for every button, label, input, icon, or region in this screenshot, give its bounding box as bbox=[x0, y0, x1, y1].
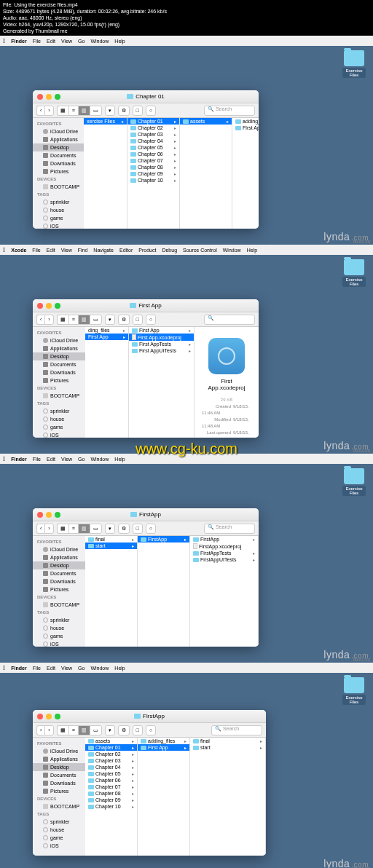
sidebar: Favorites iCloud Drive Applications Desk… bbox=[33, 118, 84, 229]
titlebar[interactable]: Chapter 01 bbox=[33, 90, 259, 103]
column-item[interactable]: Chapter 01▸ bbox=[127, 118, 179, 125]
window-title: Chapter 01 bbox=[33, 93, 259, 100]
column-item[interactable]: adding_files▸ bbox=[232, 118, 259, 125]
minimize-button[interactable] bbox=[46, 94, 52, 100]
sidebar-item-applications[interactable]: Applications bbox=[33, 135, 84, 143]
sidebar-tag[interactable]: sprinkler bbox=[33, 198, 84, 206]
traffic-lights bbox=[33, 94, 60, 100]
desktop-icon bbox=[43, 145, 48, 150]
menubar[interactable]:  Finder File Edit View Go Window Help bbox=[0, 36, 373, 46]
share-button[interactable]: □ bbox=[133, 106, 143, 116]
tag-icon bbox=[43, 224, 48, 229]
sidebar-section-tags: Tags bbox=[33, 191, 84, 198]
thumbnail-frame-3:  Finder File Edit View Go Window Help E… bbox=[0, 454, 373, 663]
menu-file[interactable]: File bbox=[33, 39, 41, 44]
tag-icon bbox=[43, 216, 48, 221]
thumbnail-frame-1:  Finder File Edit View Go Window Help E… bbox=[0, 36, 373, 245]
finder-window[interactable]: FirstApp ‹› ▦≡▥▭ ▾⚙□○ 🔍 Search Favorites… bbox=[33, 508, 259, 647]
desktop-folder-exercise-files[interactable]: Exercise Files bbox=[342, 677, 366, 705]
sidebar-item-icloud[interactable]: iCloud Drive bbox=[33, 127, 84, 135]
preview-pane: First App.xcodeproj 29 KB Created9/18/15… bbox=[195, 327, 259, 438]
disk-icon bbox=[43, 184, 48, 189]
close-button[interactable] bbox=[37, 94, 43, 100]
sidebar-item-documents[interactable]: Documents bbox=[33, 151, 84, 159]
download-icon bbox=[43, 161, 48, 166]
folder-icon bbox=[344, 259, 364, 275]
window-title: First App bbox=[33, 302, 259, 309]
app-menu[interactable]: Xcode bbox=[11, 248, 26, 253]
close-button[interactable] bbox=[37, 303, 43, 309]
column-2: Chapter 01▸ Chapter 02▸ Chapter 03▸ Chap… bbox=[127, 118, 180, 229]
timestamp: 00:00:39 bbox=[353, 240, 370, 244]
thumbnail-frame-4:  Finder File Edit View Go Window Help E… bbox=[0, 663, 373, 868]
app-icon bbox=[43, 137, 48, 142]
minimize-button[interactable] bbox=[46, 303, 52, 309]
finder-window[interactable]: Chapter 01 ‹› ▦ ≡ ▥ ▭ ▾ ⚙ □ ○ 🔍 Search F… bbox=[33, 90, 259, 229]
column-item[interactable]: Chapter 10▸ bbox=[127, 177, 179, 184]
view-cover-button[interactable]: ▭ bbox=[90, 106, 102, 116]
video-metadata: File: Using the exercise files.mp4 Size:… bbox=[0, 0, 373, 36]
column-item[interactable]: Chapter 07▸ bbox=[127, 157, 179, 164]
sidebar-item-desktop[interactable]: Desktop bbox=[33, 143, 84, 151]
nav-back-button[interactable]: ‹ bbox=[36, 106, 44, 116]
toolbar: ‹› ▦ ≡ ▥ ▭ ▾ ⚙ □ ○ 🔍 Search bbox=[33, 103, 259, 118]
tag-icon bbox=[43, 200, 48, 205]
column-item[interactable]: Chapter 02▸ bbox=[127, 125, 179, 131]
column-item[interactable]: Chapter 09▸ bbox=[127, 170, 179, 177]
apple-menu-icon[interactable]:  bbox=[3, 246, 5, 253]
column-item[interactable]: First App▸ bbox=[232, 125, 259, 131]
sidebar-item-downloads[interactable]: Downloads bbox=[33, 159, 84, 167]
tags-button[interactable]: ○ bbox=[146, 106, 156, 116]
column-item[interactable]: assets▸ bbox=[180, 118, 232, 125]
tag-icon bbox=[43, 208, 48, 213]
arrange-button[interactable]: ▾ bbox=[105, 106, 115, 116]
view-column-button[interactable]: ▥ bbox=[78, 106, 90, 116]
doc-icon bbox=[43, 153, 48, 158]
sidebar-item-pictures[interactable]: Pictures bbox=[33, 167, 84, 175]
sidebar-tag[interactable]: iOS bbox=[33, 222, 84, 229]
sidebar-section-devices: Devices bbox=[33, 175, 84, 183]
column-item[interactable]: Chapter 05▸ bbox=[127, 144, 179, 151]
view-list-button[interactable]: ≡ bbox=[68, 106, 78, 116]
xcodeproj-icon bbox=[208, 338, 245, 374]
column-item[interactable]: Chapter 04▸ bbox=[127, 138, 179, 144]
finder-window[interactable]: FirstApp ‹› ▦≡▥▭ ▾⚙□○ 🔍 Search Favorites… bbox=[33, 710, 266, 856]
thumbnail-frame-2:  Xcode File Edit View Find Navigate Edi… bbox=[0, 245, 373, 454]
menubar[interactable]:  Xcode File Edit View Find Navigate Edi… bbox=[0, 245, 373, 255]
nav-forward-button[interactable]: › bbox=[44, 315, 53, 325]
folder-icon bbox=[344, 50, 364, 66]
toolbar: ‹› ▦≡▥▭ ▾⚙□○ 🔍 bbox=[33, 312, 259, 327]
zoom-button[interactable] bbox=[55, 94, 60, 100]
column-item[interactable]: Chapter 03▸ bbox=[127, 131, 179, 138]
sidebar-section-favorites: Favorites bbox=[33, 120, 84, 127]
column-item[interactable]: xercise Files▸ bbox=[84, 118, 127, 125]
apple-menu-icon[interactable]:  bbox=[3, 37, 5, 44]
menubar[interactable]:  Finder File Edit View Go Window Help bbox=[0, 663, 373, 673]
sidebar-tag[interactable]: game bbox=[33, 214, 84, 222]
menu-edit[interactable]: Edit bbox=[47, 39, 55, 44]
cloud-icon bbox=[43, 129, 48, 134]
view-icon-button[interactable]: ▦ bbox=[57, 106, 68, 116]
finder-window[interactable]: First App ‹› ▦≡▥▭ ▾⚙□○ 🔍 Favorites iClou… bbox=[33, 299, 259, 438]
column-item[interactable]: Chapter 06▸ bbox=[127, 151, 179, 157]
action-button[interactable]: ⚙ bbox=[118, 106, 130, 116]
desktop-folder-exercise-files[interactable]: Exercise Files bbox=[342, 468, 366, 496]
search-input[interactable]: 🔍 bbox=[204, 315, 255, 325]
pictures-icon bbox=[43, 169, 48, 174]
sidebar-item-bootcamp[interactable]: BOOTCAMP bbox=[33, 183, 84, 191]
search-input[interactable]: 🔍 Search bbox=[204, 106, 255, 116]
zoom-button[interactable] bbox=[55, 303, 60, 309]
menu-go[interactable]: Go bbox=[78, 39, 85, 44]
titlebar[interactable]: First App bbox=[33, 299, 259, 312]
nav-forward-button[interactable]: › bbox=[44, 106, 53, 116]
app-menu[interactable]: Finder bbox=[11, 39, 26, 44]
sidebar-tag[interactable]: house bbox=[33, 206, 84, 214]
desktop-folder-exercise-files[interactable]: Exercise Files bbox=[342, 259, 366, 287]
menu-window[interactable]: Window bbox=[90, 39, 109, 44]
watermark: www.cg-ku.com bbox=[0, 441, 373, 457]
menu-view[interactable]: View bbox=[61, 39, 72, 44]
column-item[interactable]: Chapter 08▸ bbox=[127, 164, 179, 170]
nav-back-button[interactable]: ‹ bbox=[36, 315, 44, 325]
menu-help[interactable]: Help bbox=[114, 39, 125, 44]
desktop-folder-exercise-files[interactable]: Exercise Files bbox=[342, 50, 366, 78]
